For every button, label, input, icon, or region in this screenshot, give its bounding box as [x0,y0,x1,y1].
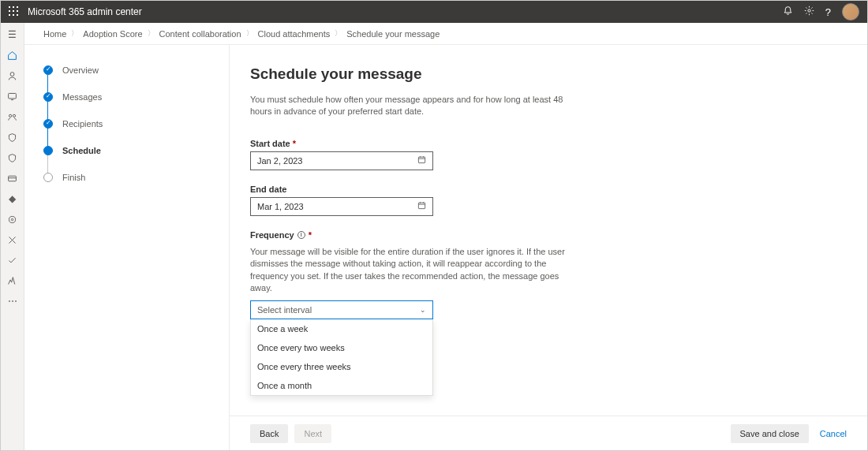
chevron-right-icon: 〉 [335,28,342,39]
svg-point-9 [808,9,810,12]
step-finish[interactable]: Finish [43,173,229,199]
svg-rect-11 [9,93,17,99]
svg-rect-14 [9,176,17,181]
start-date-input[interactable]: Jan 2, 2023 [250,151,433,170]
chevron-right-icon: 〉 [148,28,155,39]
rail-reports-icon[interactable] [7,255,18,266]
rail-users-icon[interactable] [7,70,18,81]
notifications-icon[interactable] [783,6,793,18]
start-date-label: Start date * [250,139,867,148]
svg-rect-1 [13,6,14,8]
rail-groups-icon[interactable] [7,111,18,122]
svg-point-16 [11,218,13,220]
rail-billing-icon[interactable] [7,173,18,184]
svg-point-15 [9,216,15,222]
svg-rect-2 [17,6,18,8]
rail-health-icon[interactable] [7,275,18,286]
breadcrumb: Home 〉 Adoption Score 〉 Content collabor… [24,23,867,45]
frequency-option[interactable]: Once every three weeks [251,357,432,376]
rail-settings-icon[interactable] [7,214,18,225]
chevron-right-icon: 〉 [246,28,253,39]
svg-rect-6 [9,14,10,16]
breadcrumb-item[interactable]: Schedule your message [346,29,440,39]
back-button[interactable]: Back [250,424,288,443]
breadcrumb-item[interactable]: Home [43,29,66,39]
rail-devices-icon[interactable] [7,91,18,102]
svg-point-12 [9,114,11,117]
frequency-option[interactable]: Once every two weeks [251,338,432,357]
step-overview[interactable]: Overview [43,65,229,92]
chevron-down-icon: ⌄ [420,306,426,314]
svg-rect-4 [13,10,14,12]
chevron-right-icon: 〉 [71,28,78,39]
frequency-select[interactable]: Select interval ⌄ [250,300,433,319]
svg-rect-5 [17,10,18,12]
rail-home-icon[interactable] [7,50,18,61]
breadcrumb-item[interactable]: Content collaboration [159,29,241,39]
svg-rect-0 [9,6,10,8]
next-button[interactable]: Next [294,424,331,443]
calendar-icon [417,201,426,211]
svg-point-13 [13,114,15,117]
svg-rect-3 [9,10,10,12]
svg-rect-18 [418,203,425,209]
settings-icon[interactable] [804,6,814,18]
frequency-help: Your message will be visible for the ent… [250,246,582,295]
rail-more-icon[interactable]: ⋯ [7,296,18,307]
page-title: Schedule your message [250,65,867,83]
frequency-dropdown: Once a week Once every two weeks Once ev… [250,319,433,396]
info-icon[interactable]: i [297,231,305,239]
breadcrumb-item[interactable]: Cloud attachments [258,29,331,39]
calendar-icon [417,155,426,166]
rail-menu-icon[interactable]: ☰ [7,29,18,40]
save-close-button[interactable]: Save and close [731,424,809,443]
app-header: Microsoft 365 admin center ? [1,1,867,23]
help-icon[interactable]: ? [825,6,831,18]
rail-setup-icon[interactable] [7,234,18,245]
user-avatar[interactable] [842,3,859,20]
step-messages[interactable]: Messages [43,92,229,119]
svg-point-10 [10,72,14,76]
rail-resources-icon[interactable] [7,152,18,163]
step-recipients[interactable]: Recipients [43,119,229,146]
page-intro: You must schedule how often your message… [250,94,566,118]
svg-rect-7 [13,14,14,16]
svg-rect-8 [17,14,18,16]
app-title: Microsoft 365 admin center [28,6,142,17]
left-icon-rail: ☰ ◆ ⋯ [1,23,24,450]
frequency-option[interactable]: Once a month [251,376,432,395]
end-date-input[interactable]: Mar 1, 2023 [250,197,433,216]
rail-support-icon[interactable]: ◆ [7,193,18,204]
frequency-label: Frequency i * [250,230,867,240]
cancel-button[interactable]: Cancel [820,429,847,438]
svg-rect-17 [418,157,425,163]
app-launcher-icon[interactable] [9,6,18,18]
step-schedule[interactable]: Schedule [43,146,229,173]
breadcrumb-item[interactable]: Adoption Score [83,29,142,39]
rail-roles-icon[interactable] [7,132,18,143]
frequency-option[interactable]: Once a week [251,319,432,338]
wizard-stepper: Overview Messages Recipients Schedule Fi… [24,45,230,450]
end-date-label: End date [250,184,867,194]
wizard-footer: Back Next Save and close Cancel [230,416,867,450]
